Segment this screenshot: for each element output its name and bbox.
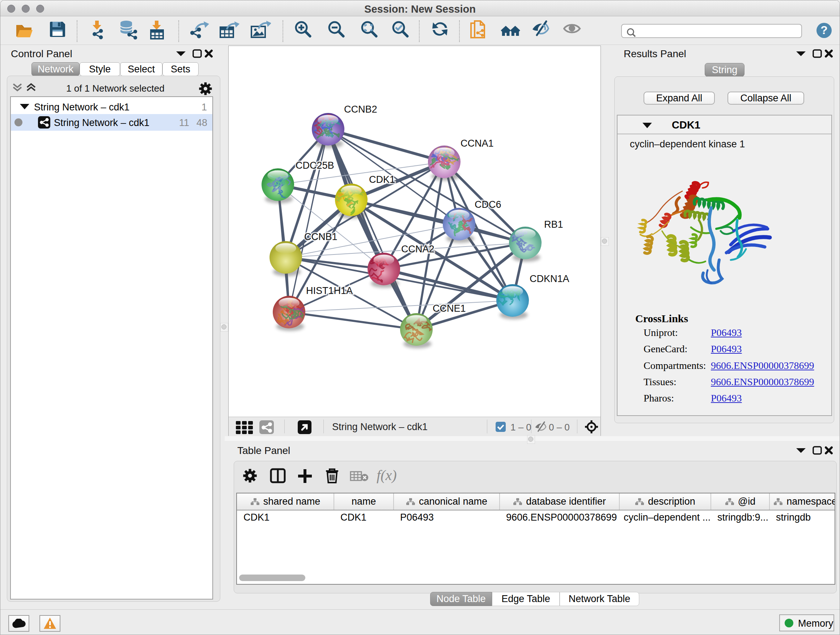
- svg-text:HIST1H1A: HIST1H1A: [306, 285, 353, 296]
- svg-text:CDK1: CDK1: [369, 174, 395, 185]
- svg-text:CCNB1: CCNB1: [304, 231, 338, 242]
- svg-text:CCNA2: CCNA2: [401, 244, 434, 255]
- svg-text:CCNA1: CCNA1: [461, 138, 494, 149]
- svg-text:RB1: RB1: [544, 219, 563, 230]
- svg-text:CCNE1: CCNE1: [433, 303, 466, 314]
- svg-text:CDC6: CDC6: [475, 199, 501, 210]
- svg-text:CCNB2: CCNB2: [344, 104, 377, 115]
- svg-text:?: ?: [821, 24, 828, 36]
- svg-text:CDKN1A: CDKN1A: [530, 273, 569, 284]
- svg-text:CDC25B: CDC25B: [295, 160, 334, 171]
